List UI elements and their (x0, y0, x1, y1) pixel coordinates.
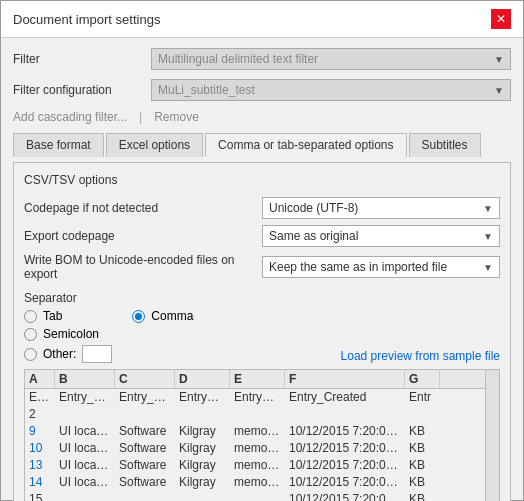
radio-semicolon-circle[interactable] (24, 328, 37, 341)
remove-link[interactable]: Remove (154, 110, 199, 124)
preview-table-container: A B C D E F G Entry_ID (24, 369, 500, 501)
tab-subtitles[interactable]: Subtitles (409, 133, 481, 157)
radio-comma-dot (135, 313, 142, 320)
actions-row: Add cascading filter... | Remove (13, 110, 511, 124)
tab-comma-tab-separated[interactable]: Comma or tab-separated options (205, 133, 406, 157)
table-main: A B C D E F G Entry_ID (25, 370, 485, 501)
filter-dropdown[interactable]: Multilingual delimited text filter ▼ (151, 48, 511, 70)
th-a: A (25, 370, 55, 388)
td: 9 (25, 423, 55, 439)
th-b: B (55, 370, 115, 388)
table-row: 15 10/12/2015 7:20:04 AM KB (25, 491, 485, 501)
td: 10/12/2015 7:20:04 AM (285, 491, 405, 501)
document-import-dialog: Document import settings ✕ Filter Multil… (0, 0, 524, 501)
td: memoQ ... (230, 474, 285, 490)
td: Software (115, 423, 175, 439)
table-row: 14 UI locali... Software Kilgray memoQ .… (25, 474, 485, 491)
separator-title: Separator (24, 291, 500, 305)
td: Entry_Created (285, 389, 405, 405)
td (55, 491, 115, 501)
other-input[interactable] (82, 345, 112, 363)
radio-tab-circle[interactable] (24, 310, 37, 323)
th-d: D (175, 370, 230, 388)
radio-other[interactable]: Other: (24, 345, 112, 363)
add-cascading-link[interactable]: Add cascading filter... (13, 110, 127, 124)
table-row: 13 UI locali... Software Kilgray memoQ .… (25, 457, 485, 474)
export-codepage-select[interactable]: Same as original ▼ (262, 225, 500, 247)
td: 10 (25, 440, 55, 456)
th-c: C (115, 370, 175, 388)
radio-comma-circle[interactable] (132, 310, 145, 323)
td: 14 (25, 474, 55, 490)
radio-other-circle[interactable] (24, 348, 37, 361)
td (285, 406, 405, 422)
export-codepage-value: Same as original (269, 229, 358, 243)
codepage-label: Codepage if not detected (24, 201, 254, 215)
bom-dropdown-arrow: ▼ (483, 262, 493, 273)
close-button[interactable]: ✕ (491, 9, 511, 29)
table-row: Entry_ID Entry_S... Entry_D... Entry_Cl.… (25, 389, 485, 406)
td: Software (115, 457, 175, 473)
filter-label: Filter (13, 52, 143, 66)
tab-content-area: CSV/TSV options Codepage if not detected… (13, 162, 511, 501)
separator-section: Separator Tab Semicolon Othe (24, 291, 500, 363)
td: memoQ ... (230, 440, 285, 456)
td (175, 406, 230, 422)
table-scrollbar[interactable] (485, 370, 499, 501)
filter-config-label: Filter configuration (13, 83, 143, 97)
radio-semicolon-label: Semicolon (43, 327, 99, 341)
radio-comma-label: Comma (151, 309, 193, 323)
td (405, 406, 440, 422)
td: Kilgray (175, 440, 230, 456)
table-body: Entry_ID Entry_S... Entry_D... Entry_Cl.… (25, 389, 485, 501)
td: KB (405, 474, 440, 490)
radio-semicolon[interactable]: Semicolon (24, 327, 112, 341)
tab-base-format[interactable]: Base format (13, 133, 104, 157)
title-bar: Document import settings ✕ (1, 1, 523, 38)
td: UI locali... (55, 457, 115, 473)
th-e: E (230, 370, 285, 388)
td (55, 406, 115, 422)
table-with-scroll: A B C D E F G Entry_ID (25, 370, 499, 501)
td: KB (405, 440, 440, 456)
td: Entry_D... (115, 389, 175, 405)
filter-value: Multilingual delimited text filter (158, 52, 318, 66)
td: 10/12/2015 7:20:03 AM (285, 457, 405, 473)
dialog-content: Filter Multilingual delimited text filte… (1, 38, 523, 501)
export-codepage-row: Export codepage Same as original ▼ (24, 225, 500, 247)
tab-excel-options[interactable]: Excel options (106, 133, 203, 157)
td: 15 (25, 491, 55, 501)
table-row: 10 UI locali... Software Kilgray memoQ .… (25, 440, 485, 457)
td: Entry_S... (55, 389, 115, 405)
tab-bar: Base format Excel options Comma or tab-s… (13, 133, 511, 157)
filter-config-row: Filter configuration MuLi_subtitle_test … (13, 79, 511, 101)
td (115, 406, 175, 422)
td: Entry_ID (25, 389, 55, 405)
radio-col-right: Comma (132, 309, 193, 323)
codepage-value: Unicode (UTF-8) (269, 201, 358, 215)
td: KB (405, 457, 440, 473)
filter-config-value: MuLi_subtitle_test (158, 83, 255, 97)
td (175, 491, 230, 501)
codepage-select[interactable]: Unicode (UTF-8) ▼ (262, 197, 500, 219)
th-g: G (405, 370, 440, 388)
td: 2 (25, 406, 55, 422)
td: 10/12/2015 7:20:02 AM (285, 423, 405, 439)
td: memoQ ... (230, 423, 285, 439)
codepage-dropdown-arrow: ▼ (483, 203, 493, 214)
td: memoQ ... (230, 457, 285, 473)
bom-label: Write BOM to Unicode-encoded files on ex… (24, 253, 254, 281)
td: UI locali... (55, 440, 115, 456)
td (230, 491, 285, 501)
td: UI locali... (55, 423, 115, 439)
radio-comma[interactable]: Comma (132, 309, 193, 323)
td: Kilgray (175, 423, 230, 439)
table-row: 9 UI locali... Software Kilgray memoQ ..… (25, 423, 485, 440)
filter-config-dropdown[interactable]: MuLi_subtitle_test ▼ (151, 79, 511, 101)
bom-select[interactable]: Keep the same as in imported file ▼ (262, 256, 500, 278)
load-preview-link[interactable]: Load preview from sample file (341, 349, 500, 363)
td: 10/12/2015 7:20:03 AM (285, 474, 405, 490)
filter-dropdown-arrow: ▼ (494, 54, 504, 65)
actions-divider: | (139, 110, 142, 124)
radio-tab[interactable]: Tab (24, 309, 112, 323)
